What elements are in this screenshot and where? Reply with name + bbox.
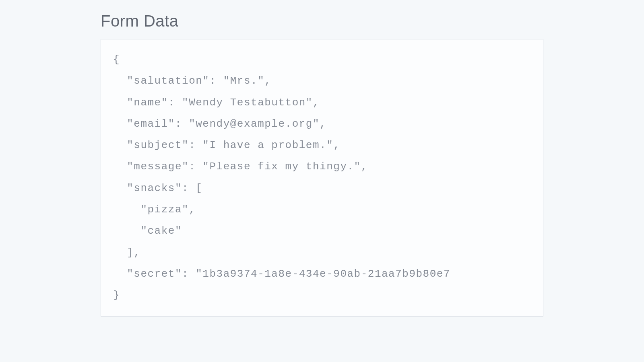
page-container: Form Data { "salutation": "Mrs.", "name"… — [0, 0, 644, 317]
json-code-content: { "salutation": "Mrs.", "name": "Wendy T… — [113, 49, 531, 306]
section-heading: Form Data — [101, 12, 543, 30]
code-display-box: { "salutation": "Mrs.", "name": "Wendy T… — [101, 39, 543, 317]
